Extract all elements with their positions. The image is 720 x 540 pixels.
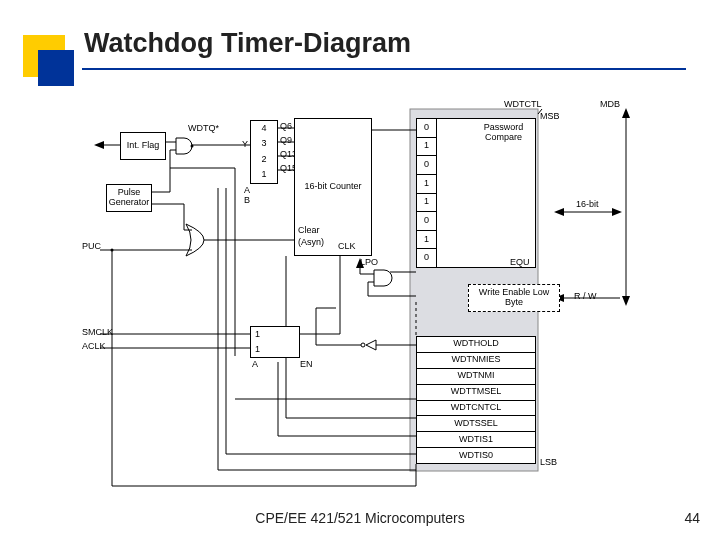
counter-label: 16-bit Counter [304,182,361,192]
title-underline [82,68,686,70]
reg-wdtis1: WDTIS1 [416,432,536,448]
reg-wdtcntcl: WDTCNTCL [416,401,536,417]
pwd-bit-0: 0 [416,249,436,268]
tap-q6: Q6 [280,122,292,131]
pwd-bit-3: 1 [416,194,436,213]
int-flag-block: Int. Flag [120,132,166,160]
clk-label: CLK [338,242,356,251]
aclk-label: ACLK [82,342,106,351]
watchdog-diagram: Int. Flag Pulse Generator WDTQ* PUC 4 3 … [80,100,640,490]
mux-y-label: Y [242,140,248,149]
pwd-bit-5: 0 [416,156,436,175]
asyn-label: (Asyn) [298,238,324,247]
reg-wdthold: WDTHOLD [416,336,536,353]
password-bits: 0 1 0 1 1 0 1 0 [416,118,436,268]
clk-mux-sel-1: 1 [255,345,260,355]
pulse-gen-label: Pulse Generator [107,188,151,208]
password-compare-block: Password Compare [436,118,536,268]
bus-width-label: 16-bit [576,200,599,209]
pwd-bit-1: 1 [416,231,436,250]
mdb-label: MDB [600,100,620,109]
footer-center: CPE/EE 421/521 Microcomputers [0,510,720,526]
mux-b-label: B [244,196,250,205]
reg-wdtssel: WDTSSEL [416,416,536,432]
tap-mux-sel-2: 2 [261,155,266,165]
rw-label: R / W [574,292,597,301]
svg-marker-38 [366,340,376,350]
svg-marker-3 [622,296,630,306]
pwd-bit-6: 1 [416,138,436,157]
mux-a-label: A [244,186,250,195]
clear-label: Clear [298,226,320,235]
equ-label: EQU [510,258,530,267]
wdtctl-label: WDTCTL [504,100,542,109]
msb-label: MSB [540,112,560,121]
svg-point-39 [361,343,365,347]
tap-q9: Q9 [280,136,292,145]
clk-mux-a-label: A [252,360,258,369]
tap-mux-sel-4: 4 [261,124,266,134]
counter-block: 16-bit Counter [294,118,372,256]
page-number: 44 [684,510,700,526]
title-bullet [38,50,74,86]
lsb-label: LSB [540,458,557,467]
clk-mux: 1 1 [250,326,300,358]
pwd-bit-4: 1 [416,175,436,194]
pwd-bit-2: 0 [416,212,436,231]
reg-wdtnmies: WDTNMIES [416,353,536,369]
password-compare-label: Password Compare [476,123,531,143]
tap-mux-sel-1: 1 [261,170,266,180]
smclk-label: SMCLK [82,328,113,337]
pulse-generator-block: Pulse Generator [106,184,152,212]
en-label: EN [300,360,313,369]
svg-point-11 [191,145,194,148]
puc-label: PUC [82,242,101,251]
wdtq-label: WDTQ* [188,124,219,133]
svg-marker-6 [554,208,564,216]
svg-marker-9 [94,141,104,149]
reg-wdttmsel: WDTTMSEL [416,385,536,401]
clk-mux-sel-0: 1 [255,330,260,340]
reg-wdtis0: WDTIS0 [416,448,536,464]
slide-title: Watchdog Timer-Diagram [84,28,411,66]
write-enable-block: Write Enable Low Byte [468,284,560,312]
lpo-label: LPO [360,258,378,267]
wdtctl-registers: WDTHOLD WDTNMIES WDTNMI WDTTMSEL WDTCNTC… [416,336,536,464]
reg-wdtnmi: WDTNMI [416,369,536,385]
svg-marker-2 [622,108,630,118]
svg-marker-7 [612,208,622,216]
tap-mux: 4 3 2 1 [250,120,278,184]
int-flag-label: Int. Flag [127,141,160,151]
svg-point-25 [111,249,114,252]
tap-mux-sel-3: 3 [261,139,266,149]
write-enable-label: Write Enable Low Byte [469,288,559,308]
pwd-bit-7: 0 [416,118,436,138]
